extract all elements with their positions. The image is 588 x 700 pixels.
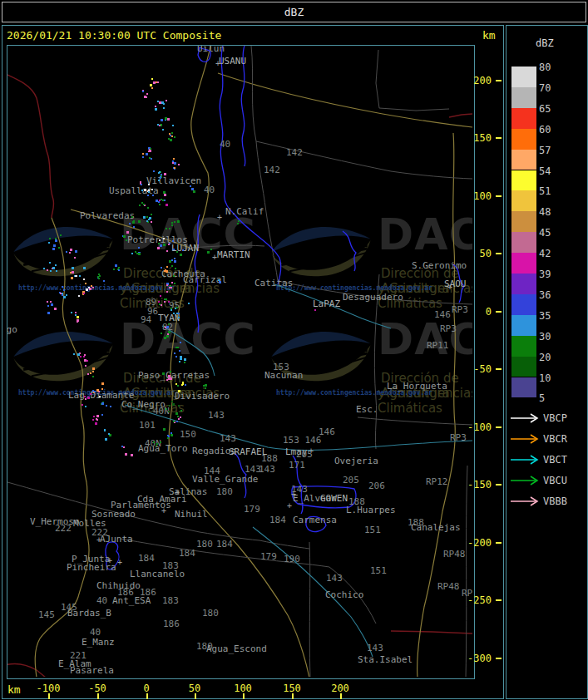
dbz-scale-label: 10 [539, 372, 564, 384]
radar-echo-pixel [178, 164, 180, 165]
radar-echo-pixel [174, 258, 175, 259]
radar-echo-pixel [141, 184, 142, 185]
radar-echo-pixel [174, 136, 175, 138]
radar-echo-pixel [182, 249, 184, 251]
radar-echo-pixel [83, 356, 85, 357]
radar-echo-pixel [170, 139, 172, 141]
radar-echo-pixel [52, 267, 55, 269]
radar-echo-pixel [162, 200, 164, 201]
radar-echo-pixel [219, 281, 221, 283]
radar-echo-pixel [151, 214, 152, 215]
radar-echo-pixel [171, 222, 173, 224]
y-tick-mark [496, 195, 502, 197]
radar-echo-pixel [103, 280, 105, 282]
radar-echo-pixel [173, 249, 175, 250]
radar-echo-pixel [76, 275, 77, 277]
radar-echo-pixel [159, 125, 161, 126]
radar-echo-pixel [49, 238, 51, 239]
radar-echo-pixel [164, 301, 166, 303]
radar-echo-pixel [171, 136, 173, 137]
radar-echo-pixel [92, 390, 94, 392]
dbz-scale-band [511, 315, 536, 336]
radar-echo-pixel [142, 91, 144, 92]
radar-echo-pixel [170, 308, 172, 309]
radar-echo-pixel [92, 376, 94, 377]
radar-echo-pixel [83, 279, 85, 280]
radar-echo-pixel [151, 189, 153, 190]
radar-echo-pixel [165, 117, 167, 120]
radar-echo-pixel [160, 244, 162, 247]
dbz-scale-label: 70 [539, 82, 564, 94]
radar-echo-pixel [158, 180, 160, 181]
radar-echo-pixel [171, 265, 173, 267]
radar-echo-pixel [62, 293, 63, 294]
vector-legend-row: VBCR [509, 433, 586, 445]
radar-echo-pixel [92, 419, 94, 421]
radar-echo-pixel [161, 333, 162, 334]
radar-echo-pixel [86, 360, 88, 362]
radar-echo-pixel [115, 264, 117, 267]
radar-echo-pixel [131, 454, 133, 456]
x-tick-label: 200 [324, 683, 357, 694]
radar-echo-pixel [146, 153, 148, 155]
dbz-scale-label: 36 [539, 289, 564, 301]
radar-echo-pixel [146, 220, 148, 222]
radar-echo-pixel [55, 264, 57, 266]
radar-echo-pixel [172, 125, 174, 126]
radar-echo-pixel [47, 301, 48, 303]
dbz-scale-label: 35 [539, 310, 564, 322]
radar-echo-pixel [84, 396, 86, 397]
radar-echo-pixel [179, 361, 180, 362]
radar-echo-pixel [133, 226, 135, 228]
radar-echo-pixel [138, 247, 140, 249]
radar-echo-pixel [166, 204, 168, 206]
radar-echo-pixel [175, 347, 177, 348]
radar-echo-pixel [170, 285, 171, 287]
radar-echo-pixel [180, 357, 182, 360]
radar-echo-pixel [172, 240, 174, 242]
radar-echo-pixel [153, 441, 155, 443]
radar-echo-pixel [163, 428, 166, 431]
vector-arrow-icon [509, 475, 541, 486]
radar-echo-pixel [99, 275, 101, 277]
radar-echo-pixel [106, 405, 107, 407]
dbz-scale-label: 65 [539, 103, 564, 115]
radar-echo-pixel [96, 389, 99, 392]
vector-legend-label: VBCR [543, 433, 567, 445]
radar-echo-pixel [90, 372, 91, 374]
y-tick-label: -300 [467, 653, 492, 664]
radar-echo-pixel [171, 259, 173, 261]
dbz-scale-label: 57 [539, 145, 564, 156]
radar-echo-pixel [159, 171, 161, 173]
radar-echo-pixel [63, 296, 66, 298]
radar-echo-pixel [166, 250, 168, 252]
radar-echo-pixel [171, 224, 173, 226]
radar-echo-pixel [168, 323, 170, 325]
vector-legend-label: VBCT [543, 454, 567, 466]
radar-echo-pixel [159, 204, 161, 205]
radar-echo-pixel [138, 220, 141, 223]
dbz-scale-band [511, 67, 536, 87]
y-tick-label: 0 [467, 306, 492, 318]
radar-echo-pixel [177, 347, 179, 348]
radar-echo-pixel [153, 170, 155, 172]
radar-echo-pixel [152, 195, 154, 196]
radar-echo-pixel [151, 158, 152, 160]
dbz-scale-label: 20 [539, 352, 564, 363]
vector-arrow-icon [509, 495, 541, 507]
radar-echo-pixel [129, 223, 131, 224]
radar-echo-pixel [142, 153, 144, 155]
radar-echo-pixel [163, 238, 165, 239]
radar-echo-pixel [143, 204, 145, 205]
radar-echo-pixel [163, 244, 166, 246]
y-tick-label: -100 [467, 421, 492, 433]
vector-arrow-icon [509, 433, 541, 445]
dbz-scale-label: 54 [539, 165, 564, 177]
radar-echo-pixel [159, 101, 161, 104]
radar-echo-pixel [158, 201, 160, 203]
radar-app-window: dBZ 2026/01/21 10:30:00 UTC Composite km… [0, 0, 588, 700]
radar-echo-pixel [87, 373, 89, 375]
radar-echo-pixel [83, 267, 86, 269]
dbz-scale-band [511, 129, 536, 150]
y-tick-mark [496, 368, 502, 370]
